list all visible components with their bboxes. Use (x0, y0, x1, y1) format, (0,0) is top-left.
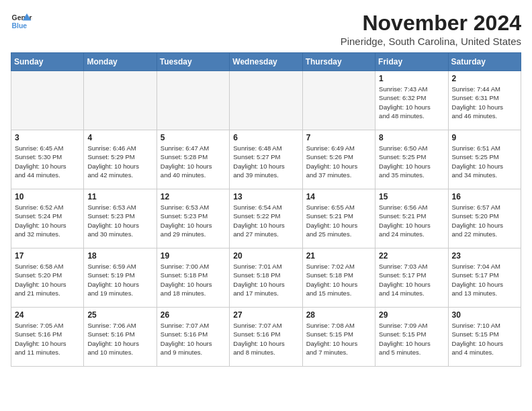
day-info: Sunrise: 6:49 AM Sunset: 5:26 PM Dayligh… (306, 144, 371, 179)
day-info: Sunrise: 6:58 AM Sunset: 5:20 PM Dayligh… (15, 262, 80, 298)
day-info: Sunrise: 7:43 AM Sunset: 6:32 PM Dayligh… (379, 85, 444, 120)
day-info: Sunrise: 6:46 AM Sunset: 5:29 PM Dayligh… (87, 144, 152, 179)
day-info: Sunrise: 7:05 AM Sunset: 5:16 PM Dayligh… (15, 321, 80, 357)
day-cell: 5Sunrise: 6:47 AM Sunset: 5:28 PM Daylig… (157, 130, 229, 189)
day-cell: 15Sunrise: 6:56 AM Sunset: 5:21 PM Dayli… (375, 189, 448, 248)
day-cell: 10Sunrise: 6:52 AM Sunset: 5:24 PM Dayli… (11, 189, 84, 248)
day-number: 1 (379, 74, 444, 83)
day-number: 21 (306, 251, 371, 261)
day-number: 7 (306, 133, 371, 142)
week-row-2: 3Sunrise: 6:45 AM Sunset: 5:30 PM Daylig… (11, 130, 521, 189)
day-number: 29 (379, 310, 444, 320)
day-number: 17 (15, 251, 80, 261)
day-cell: 9Sunrise: 6:51 AM Sunset: 5:25 PM Daylig… (448, 130, 521, 189)
header: General Blue November 2024 Pineridge, So… (11, 11, 521, 47)
day-number: 18 (87, 251, 152, 261)
day-info: Sunrise: 6:48 AM Sunset: 5:27 PM Dayligh… (233, 144, 298, 179)
day-number: 4 (87, 133, 152, 142)
day-cell: 23Sunrise: 7:04 AM Sunset: 5:17 PM Dayli… (448, 248, 521, 308)
day-info: Sunrise: 7:44 AM Sunset: 6:31 PM Dayligh… (452, 85, 517, 120)
day-info: Sunrise: 6:53 AM Sunset: 5:23 PM Dayligh… (87, 203, 152, 238)
day-cell: 25Sunrise: 7:06 AM Sunset: 5:16 PM Dayli… (84, 308, 157, 367)
col-header-wednesday: Wednesday (230, 53, 302, 71)
day-number: 22 (379, 251, 444, 261)
header-row: SundayMondayTuesdayWednesdayThursdayFrid… (11, 53, 521, 71)
day-info: Sunrise: 7:03 AM Sunset: 5:17 PM Dayligh… (379, 262, 444, 298)
day-number: 11 (87, 192, 152, 201)
day-cell: 26Sunrise: 7:07 AM Sunset: 5:16 PM Dayli… (157, 308, 229, 367)
day-cell: 14Sunrise: 6:55 AM Sunset: 5:21 PM Dayli… (302, 189, 375, 248)
col-header-thursday: Thursday (302, 53, 375, 71)
day-number: 23 (452, 251, 517, 261)
day-number: 14 (306, 192, 371, 201)
day-info: Sunrise: 7:06 AM Sunset: 5:16 PM Dayligh… (87, 321, 152, 357)
day-cell: 18Sunrise: 6:59 AM Sunset: 5:19 PM Dayli… (84, 248, 157, 308)
day-number: 13 (233, 192, 298, 201)
day-cell (11, 71, 84, 130)
day-number: 6 (233, 133, 298, 142)
day-cell: 16Sunrise: 6:57 AM Sunset: 5:20 PM Dayli… (448, 189, 521, 248)
day-number: 28 (306, 310, 371, 320)
day-info: Sunrise: 7:00 AM Sunset: 5:18 PM Dayligh… (161, 262, 226, 298)
day-info: Sunrise: 6:54 AM Sunset: 5:22 PM Dayligh… (233, 203, 298, 238)
logo-icon: General Blue (11, 11, 32, 32)
day-info: Sunrise: 7:07 AM Sunset: 5:16 PM Dayligh… (233, 321, 298, 357)
col-header-monday: Monday (84, 53, 157, 71)
day-cell: 20Sunrise: 7:01 AM Sunset: 5:18 PM Dayli… (230, 248, 302, 308)
day-cell (84, 71, 157, 130)
day-cell: 24Sunrise: 7:05 AM Sunset: 5:16 PM Dayli… (11, 308, 84, 367)
day-info: Sunrise: 7:02 AM Sunset: 5:18 PM Dayligh… (306, 262, 371, 298)
day-cell: 1Sunrise: 7:43 AM Sunset: 6:32 PM Daylig… (375, 71, 448, 130)
col-header-sunday: Sunday (11, 53, 84, 71)
day-info: Sunrise: 6:53 AM Sunset: 5:23 PM Dayligh… (161, 203, 226, 238)
logo: General Blue (11, 11, 32, 32)
col-header-friday: Friday (375, 53, 448, 71)
day-number: 15 (379, 192, 444, 201)
day-cell: 2Sunrise: 7:44 AM Sunset: 6:31 PM Daylig… (448, 71, 521, 130)
day-number: 30 (452, 310, 517, 320)
month-title: November 2024 (341, 11, 521, 36)
day-cell: 28Sunrise: 7:08 AM Sunset: 5:15 PM Dayli… (302, 308, 375, 367)
day-cell: 19Sunrise: 7:00 AM Sunset: 5:18 PM Dayli… (157, 248, 229, 308)
week-row-5: 24Sunrise: 7:05 AM Sunset: 5:16 PM Dayli… (11, 308, 521, 367)
day-number: 9 (452, 133, 517, 142)
day-cell (230, 71, 302, 130)
day-number: 2 (452, 74, 517, 83)
day-info: Sunrise: 7:09 AM Sunset: 5:15 PM Dayligh… (379, 321, 444, 357)
day-info: Sunrise: 7:07 AM Sunset: 5:16 PM Dayligh… (161, 321, 226, 357)
day-number: 16 (452, 192, 517, 201)
day-cell (157, 71, 229, 130)
day-number: 24 (15, 310, 80, 320)
week-row-3: 10Sunrise: 6:52 AM Sunset: 5:24 PM Dayli… (11, 189, 521, 248)
calendar-table: SundayMondayTuesdayWednesdayThursdayFrid… (11, 52, 521, 367)
day-info: Sunrise: 6:52 AM Sunset: 5:24 PM Dayligh… (15, 203, 80, 238)
day-cell: 6Sunrise: 6:48 AM Sunset: 5:27 PM Daylig… (230, 130, 302, 189)
week-row-4: 17Sunrise: 6:58 AM Sunset: 5:20 PM Dayli… (11, 248, 521, 308)
day-cell: 17Sunrise: 6:58 AM Sunset: 5:20 PM Dayli… (11, 248, 84, 308)
day-info: Sunrise: 7:01 AM Sunset: 5:18 PM Dayligh… (233, 262, 298, 298)
day-cell: 7Sunrise: 6:49 AM Sunset: 5:26 PM Daylig… (302, 130, 375, 189)
day-number: 25 (87, 310, 152, 320)
day-info: Sunrise: 7:08 AM Sunset: 5:15 PM Dayligh… (306, 321, 371, 357)
day-cell: 21Sunrise: 7:02 AM Sunset: 5:18 PM Dayli… (302, 248, 375, 308)
day-cell: 4Sunrise: 6:46 AM Sunset: 5:29 PM Daylig… (84, 130, 157, 189)
day-info: Sunrise: 6:55 AM Sunset: 5:21 PM Dayligh… (306, 203, 371, 238)
day-number: 10 (15, 192, 80, 201)
col-header-saturday: Saturday (448, 53, 521, 71)
day-cell: 29Sunrise: 7:09 AM Sunset: 5:15 PM Dayli… (375, 308, 448, 367)
day-info: Sunrise: 6:50 AM Sunset: 5:25 PM Dayligh… (379, 144, 444, 179)
day-number: 8 (379, 133, 444, 142)
day-number: 5 (161, 133, 226, 142)
day-info: Sunrise: 6:51 AM Sunset: 5:25 PM Dayligh… (452, 144, 517, 179)
day-cell (302, 71, 375, 130)
week-row-1: 1Sunrise: 7:43 AM Sunset: 6:32 PM Daylig… (11, 71, 521, 130)
day-number: 27 (233, 310, 298, 320)
day-info: Sunrise: 7:04 AM Sunset: 5:17 PM Dayligh… (452, 262, 517, 298)
location: Pineridge, South Carolina, United States (341, 36, 521, 47)
day-info: Sunrise: 6:45 AM Sunset: 5:30 PM Dayligh… (15, 144, 80, 179)
title-area: November 2024 Pineridge, South Carolina,… (341, 11, 521, 47)
day-cell: 3Sunrise: 6:45 AM Sunset: 5:30 PM Daylig… (11, 130, 84, 189)
day-cell: 12Sunrise: 6:53 AM Sunset: 5:23 PM Dayli… (157, 189, 229, 248)
day-number: 20 (233, 251, 298, 261)
day-info: Sunrise: 7:10 AM Sunset: 5:15 PM Dayligh… (452, 321, 517, 357)
